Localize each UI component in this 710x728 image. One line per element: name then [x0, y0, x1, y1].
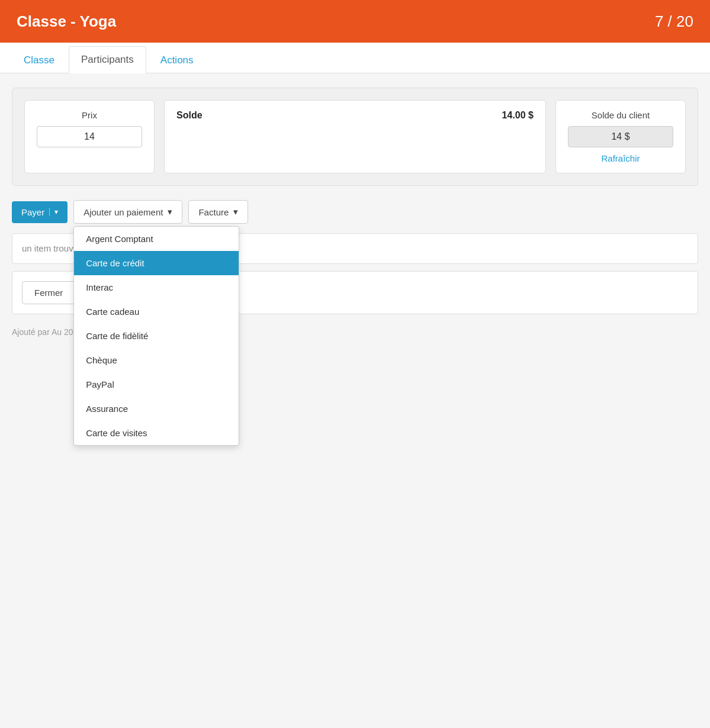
dropdown-item-carte-de-credit[interactable]: Carte de crédit: [74, 251, 239, 275]
dropdown-item-assurance[interactable]: Assurance: [74, 397, 239, 421]
header-counter: 7 / 20: [655, 12, 693, 31]
cards-container: Prix Solde 14.00 $ Solde du client 14 $ …: [12, 88, 698, 186]
fermer-button[interactable]: Fermer: [22, 281, 75, 304]
payment-dropdown-menu: Argent Comptant Carte de crédit Interac …: [73, 226, 239, 446]
tab-classe[interactable]: Classe: [12, 47, 66, 73]
solde-client-amount: 14 $: [568, 126, 673, 147]
footer-text: Ajouté par Au: [12, 327, 62, 337]
facture-caret-icon: ▾: [233, 207, 238, 217]
solde-label: Solde: [176, 110, 203, 121]
dropdown-item-paypal[interactable]: PayPal: [74, 372, 239, 397]
ajouter-paiement-wrapper: Ajouter un paiement ▾ Argent Comptant Ca…: [73, 200, 182, 224]
ajouter-caret-icon: ▾: [168, 207, 172, 217]
payer-button[interactable]: Payer ▾: [12, 201, 68, 223]
dropdown-item-carte-visites[interactable]: Carte de visites: [74, 421, 239, 445]
prix-input[interactable]: [37, 126, 142, 147]
dropdown-item-argent-comptant[interactable]: Argent Comptant: [74, 227, 239, 251]
action-row: Payer ▾ Ajouter un paiement ▾ Argent Com…: [12, 200, 698, 224]
prix-card: Prix: [24, 100, 155, 173]
dropdown-item-cheque[interactable]: Chèque: [74, 348, 239, 372]
refresh-link[interactable]: Rafraîchir: [568, 153, 673, 163]
facture-button[interactable]: Facture ▾: [188, 200, 248, 224]
app-header: Classe - Yoga 7 / 20: [0, 0, 710, 43]
tab-actions[interactable]: Actions: [149, 47, 205, 73]
tab-participants[interactable]: Participants: [69, 46, 146, 73]
header-title: Classe - Yoga: [17, 12, 116, 31]
dropdown-item-carte-fidelite[interactable]: Carte de fidèlité: [74, 324, 239, 348]
solde-client-card: Solde du client 14 $ Rafraîchir: [555, 100, 686, 173]
dropdown-item-carte-cadeau[interactable]: Carte cadeau: [74, 299, 239, 324]
prix-label: Prix: [37, 110, 142, 120]
main-content: Prix Solde 14.00 $ Solde du client 14 $ …: [0, 73, 710, 357]
tab-bar: Classe Participants Actions: [0, 43, 710, 73]
solde-client-label: Solde du client: [568, 110, 673, 120]
solde-card: Solde 14.00 $: [164, 100, 546, 173]
dropdown-item-interac[interactable]: Interac: [74, 275, 239, 299]
search-result-text: un item trouvé: [22, 243, 78, 253]
payer-caret-icon: ▾: [49, 208, 58, 216]
ajouter-paiement-button[interactable]: Ajouter un paiement ▾: [73, 200, 182, 224]
solde-amount: 14.00 $: [502, 110, 534, 121]
